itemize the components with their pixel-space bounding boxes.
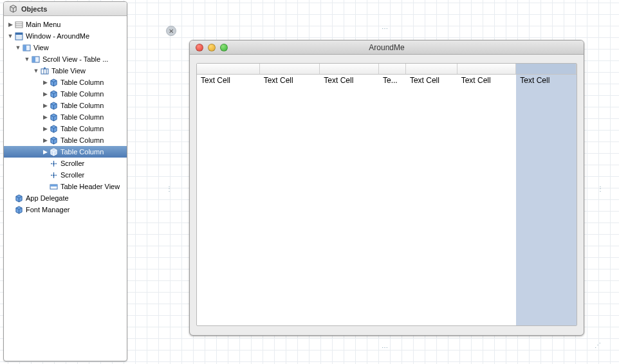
disclosure-right-icon[interactable]: ▶ xyxy=(41,148,49,156)
svg-rect-0 xyxy=(15,22,23,28)
objects-panel: Objects ▶Main Menu▼Window - AroundMe▼Vie… xyxy=(3,1,127,361)
tree-item-label: Table Header View xyxy=(60,183,120,190)
resize-handle-corner[interactable]: ⋰ xyxy=(595,342,600,348)
disclosure-right-icon[interactable]: ▶ xyxy=(41,78,49,86)
table-column-header[interactable] xyxy=(406,64,457,74)
tree-item-main-menu[interactable]: ▶Main Menu xyxy=(4,19,127,30)
window-icon xyxy=(14,32,23,41)
table-cell[interactable]: Text Cell xyxy=(320,75,379,86)
svg-rect-16 xyxy=(50,185,57,187)
tree-item-label: Table Column xyxy=(60,148,104,156)
tree-item-label: View xyxy=(33,44,49,51)
tree-item-table-column[interactable]: ▶Table Column xyxy=(4,123,127,134)
disclosure-none xyxy=(41,159,49,167)
tree-item-label: Table Column xyxy=(60,136,104,144)
tree-item-window-aroundme[interactable]: ▼Window - AroundMe xyxy=(4,30,127,42)
disclosure-right-icon[interactable]: ▶ xyxy=(41,113,49,121)
table-cell[interactable]: Text Cell xyxy=(457,75,517,86)
disclosure-right-icon[interactable]: ▶ xyxy=(41,90,49,98)
window-title: AroundMe xyxy=(190,43,584,52)
tree-item-table-column[interactable]: ▶Table Column xyxy=(4,111,127,123)
table-column-header[interactable] xyxy=(260,64,320,74)
table-row[interactable]: Text CellText CellText CellTe...Text Cel… xyxy=(197,75,577,86)
svg-rect-4 xyxy=(15,33,23,35)
tree-item-scroll-view-table[interactable]: ▼Scroll View - Table ... xyxy=(4,53,127,65)
resize-handle-top[interactable]: ⋯ xyxy=(382,26,387,32)
svg-point-14 xyxy=(52,174,54,176)
disclosure-down-icon[interactable]: ▼ xyxy=(32,67,40,75)
tree-item-view[interactable]: ▼View xyxy=(4,42,127,53)
table-cell[interactable]: Text Cell xyxy=(516,75,577,86)
table-column-header[interactable] xyxy=(379,64,406,74)
tree-item-label: Table Column xyxy=(60,102,104,109)
cube-icon xyxy=(49,124,58,133)
cube-icon xyxy=(49,101,58,110)
table-cell[interactable]: Te... xyxy=(379,75,406,86)
tree-item-scroller[interactable]: Scroller xyxy=(4,169,127,181)
header-icon xyxy=(49,182,58,191)
tree-item-font-manager[interactable]: Font Manager xyxy=(4,204,127,215)
table-column-header[interactable] xyxy=(457,64,517,74)
cube-icon xyxy=(9,5,17,13)
disclosure-right-icon[interactable]: ▶ xyxy=(41,125,49,132)
menu-icon xyxy=(14,20,23,29)
tree-item-label: Scroll View - Table ... xyxy=(42,55,108,63)
close-icon[interactable]: ✕ xyxy=(166,26,176,36)
cube-icon xyxy=(49,78,58,87)
svg-rect-9 xyxy=(41,69,48,74)
tree-item-app-delegate[interactable]: App Delegate xyxy=(4,192,127,204)
cube-icon xyxy=(49,89,58,98)
tree-item-label: App Delegate xyxy=(26,194,69,202)
svg-rect-8 xyxy=(32,57,35,62)
table-cell[interactable]: Text Cell xyxy=(260,75,320,86)
scroller-icon xyxy=(49,159,58,168)
svg-point-13 xyxy=(52,162,54,164)
resize-handle-bottom[interactable]: ⋯ xyxy=(382,345,387,350)
tree-item-label: Scroller xyxy=(60,159,84,167)
tree-item-label: Table Column xyxy=(60,113,104,121)
disclosure-right-icon[interactable]: ▶ xyxy=(6,21,14,28)
resize-handle-right[interactable]: ⋮ xyxy=(597,185,603,191)
table-column-header[interactable] xyxy=(320,64,379,74)
disclosure-down-icon[interactable]: ▼ xyxy=(6,32,14,40)
disclosure-right-icon[interactable]: ▶ xyxy=(41,102,49,109)
objects-panel-title: Objects xyxy=(21,5,47,13)
table-icon xyxy=(40,66,49,75)
window-titlebar[interactable]: AroundMe xyxy=(190,41,584,55)
disclosure-none xyxy=(41,183,49,190)
table-column-header[interactable] xyxy=(516,64,577,74)
objects-tree[interactable]: ▶Main Menu▼Window - AroundMe▼View▼Scroll… xyxy=(4,16,127,218)
selected-column-body[interactable] xyxy=(516,75,577,325)
tree-item-table-column[interactable]: ▶Table Column xyxy=(4,88,127,100)
table-cell[interactable]: Text Cell xyxy=(197,75,260,86)
tree-item-label: Table Column xyxy=(60,90,104,98)
tree-item-label: Table Column xyxy=(60,125,104,132)
cube-icon xyxy=(49,113,58,122)
svg-point-12 xyxy=(44,67,46,69)
table-scroll-view[interactable]: Text CellText CellText CellTe...Text Cel… xyxy=(196,63,577,326)
preview-window[interactable]: AroundMe Text CellText CellText CellTe..… xyxy=(189,40,584,336)
disclosure-none xyxy=(41,171,49,179)
tree-item-table-column[interactable]: ▶Table Column xyxy=(4,146,127,158)
objects-panel-header: Objects xyxy=(4,2,127,16)
tree-item-label: Window - AroundMe xyxy=(26,32,89,40)
tree-item-scroller[interactable]: Scroller xyxy=(4,158,127,169)
table-column-header[interactable] xyxy=(197,64,260,74)
table-header-row[interactable] xyxy=(197,64,577,75)
tree-item-table-view[interactable]: ▼Table View xyxy=(4,65,127,77)
disclosure-down-icon[interactable]: ▼ xyxy=(23,55,31,63)
tree-item-table-column[interactable]: ▶Table Column xyxy=(4,77,127,88)
table-cell[interactable]: Text Cell xyxy=(406,75,457,86)
disclosure-right-icon[interactable]: ▶ xyxy=(41,136,49,144)
tree-item-table-column[interactable]: ▶Table Column xyxy=(4,100,127,111)
resize-handle-left[interactable]: ⋮ xyxy=(166,185,172,191)
scroller-icon xyxy=(49,170,58,179)
cube-icon xyxy=(49,147,58,156)
tree-item-label: Font Manager xyxy=(26,206,69,214)
disclosure-none xyxy=(6,206,14,214)
disclosure-down-icon[interactable]: ▼ xyxy=(14,44,22,51)
tree-item-table-column[interactable]: ▶Table Column xyxy=(4,134,127,146)
view-icon xyxy=(22,43,31,52)
tree-item-table-header-view[interactable]: Table Header View xyxy=(4,181,127,192)
tree-item-label: Table View xyxy=(51,67,86,75)
